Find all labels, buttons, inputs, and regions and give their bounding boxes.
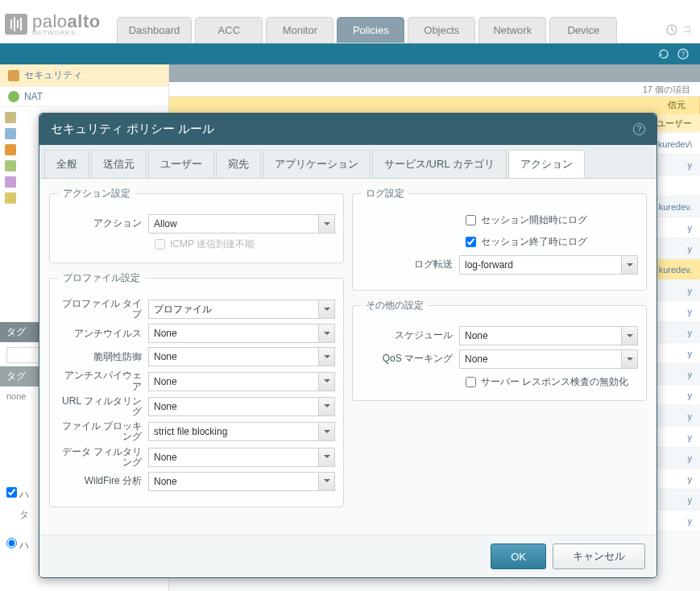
dialog-right-column: ログ設定 セッション開始時にログ セッション終了時にログ ログ転送 その他の設定 (352, 187, 647, 527)
profile-settings-group: プロファイル設定 プロファイル タイプ アンチウイルス 脆弱性防御 アンチスパイ… (49, 271, 344, 507)
action-select-input[interactable] (148, 214, 335, 234)
help-icon[interactable]: ? (633, 123, 645, 135)
legend-action: アクション設定 (58, 187, 135, 200)
logo: paloalto NETWORKS (0, 11, 112, 43)
svg-text:?: ? (681, 50, 685, 58)
label-log-forwarding: ログ転送 (361, 259, 459, 270)
legend-log: ログ設定 (361, 187, 409, 200)
log-start-checkbox[interactable] (466, 215, 476, 225)
dialog-tabs: 全般 送信元 ユーザー 宛先 アプリケーション サービス/URL カテゴリ アク… (39, 145, 657, 179)
tab-acc[interactable]: ACC (195, 17, 263, 43)
item-count: 17 個の項目 (169, 82, 700, 97)
wildfire-select[interactable] (148, 472, 335, 491)
tab-service-url[interactable]: サービス/URL カテゴリ (372, 150, 507, 178)
refresh-icon[interactable] (658, 48, 669, 60)
tab-application[interactable]: アプリケーション (263, 150, 371, 178)
dsri-check[interactable]: サーバー レスポンス検査の無効化 (466, 375, 638, 389)
dialog-left-column: アクション設定 アクション ICMP 送信到達不能 プロファイル設定 プロファイ… (49, 187, 344, 527)
tab-action[interactable]: アクション (508, 150, 585, 178)
url-filtering-select[interactable] (148, 397, 335, 416)
side-icon-4[interactable] (5, 160, 16, 172)
dialog-title: セキュリティ ポリシー ルール (51, 122, 214, 137)
label-schedule: スケジュール (361, 330, 459, 341)
side-icon-1[interactable] (5, 112, 16, 123)
side-icon-6[interactable] (5, 192, 16, 204)
schedule-select[interactable] (459, 326, 638, 345)
cancel-button[interactable]: キャンセル (553, 543, 645, 569)
col-user[interactable]: ユーザー (657, 118, 692, 130)
commit-label: コ (682, 23, 692, 36)
opt-check[interactable]: ハ (6, 487, 29, 502)
security-policy-rule-dialog: セキュリティ ポリシー ルール ? 全般 送信元 ユーザー 宛先 アプリケーショ… (39, 113, 657, 578)
security-icon (8, 70, 19, 81)
tab-user[interactable]: ユーザー (148, 150, 214, 178)
antivirus-select[interactable] (148, 324, 335, 343)
bottom-options: ハ タ ハ (6, 481, 29, 559)
commit-icon[interactable] (666, 24, 677, 35)
file-blocking-select[interactable] (148, 422, 335, 441)
antispyware-select[interactable] (148, 372, 335, 391)
chevron-down-icon[interactable] (318, 373, 334, 391)
chevron-down-icon[interactable] (318, 215, 334, 233)
qos-select[interactable] (459, 349, 638, 369)
tab-destination[interactable]: 宛先 (216, 150, 261, 178)
chevron-down-icon[interactable] (318, 423, 334, 440)
icmp-checkbox (155, 239, 165, 250)
log-forwarding-select[interactable] (459, 255, 638, 275)
chevron-down-icon[interactable] (318, 398, 334, 415)
commit-area: コ (666, 23, 700, 43)
sidebar-item-nat[interactable]: NAT (0, 87, 168, 107)
profile-type-select[interactable] (148, 300, 335, 319)
log-settings-group: ログ設定 セッション開始時にログ セッション終了時にログ ログ転送 (352, 187, 647, 291)
chevron-down-icon[interactable] (621, 256, 637, 274)
tab-network[interactable]: Network (478, 17, 546, 43)
main-tabs: Dashboard ACC Monitor Policies Objects N… (117, 17, 618, 43)
data-filtering-select[interactable] (148, 448, 335, 467)
vulnerability-select[interactable] (148, 347, 335, 366)
side-icon-3[interactable] (5, 144, 16, 155)
side-icon-5[interactable] (5, 176, 16, 188)
tab-device[interactable]: Device (549, 17, 617, 43)
chevron-down-icon[interactable] (318, 300, 334, 318)
chevron-down-icon[interactable] (318, 348, 334, 366)
dsri-checkbox[interactable] (466, 377, 476, 387)
top-bar: paloalto NETWORKS Dashboard ACC Monitor … (0, 0, 700, 43)
col-source[interactable]: 信元 (660, 97, 700, 114)
label-wildfire: WildFire 分析 (58, 476, 148, 486)
log-end-checkbox[interactable] (466, 237, 476, 247)
context-bar: ? (0, 43, 700, 64)
label-log-start: セッション開始時にログ (481, 213, 587, 227)
tab-dashboard[interactable]: Dashboard (117, 17, 193, 43)
label-icmp: ICMP 送信到達不能 (170, 238, 255, 251)
column-headers: 信元 (169, 97, 700, 114)
chevron-down-icon[interactable] (318, 473, 334, 490)
action-select[interactable] (148, 214, 335, 234)
table-search-strip[interactable] (169, 64, 700, 82)
ok-button[interactable]: OK (491, 543, 546, 569)
chevron-down-icon[interactable] (621, 327, 637, 345)
chevron-down-icon[interactable] (318, 324, 334, 342)
label-dsri: サーバー レスポンス検査の無効化 (481, 375, 628, 389)
side-icon-2[interactable] (5, 128, 16, 139)
nat-icon (8, 91, 19, 102)
tab-monitor[interactable]: Monitor (266, 17, 333, 43)
label-action: アクション (58, 218, 148, 229)
dialog-body: アクション設定 アクション ICMP 送信到達不能 プロファイル設定 プロファイ… (39, 179, 657, 535)
label-vulnerability: 脆弱性防御 (58, 352, 148, 362)
tab-source[interactable]: 送信元 (91, 150, 147, 178)
sidebar-item-label: NAT (24, 91, 43, 102)
label-file-blocking: ファイル ブロッキング (58, 421, 148, 442)
log-start-check[interactable]: セッション開始時にログ (466, 213, 638, 227)
sidebar-item-security[interactable]: セキュリティ (0, 64, 168, 87)
other-settings-group: その他の設定 スケジュール QoS マーキング サーバー レスポンス検査の無効化 (352, 299, 647, 401)
log-end-check[interactable]: セッション終了時にログ (466, 235, 638, 249)
tab-policies[interactable]: Policies (337, 17, 404, 43)
chevron-down-icon[interactable] (621, 350, 637, 368)
label-qos: QoS マーキング (361, 353, 459, 364)
chevron-down-icon[interactable] (318, 448, 334, 466)
opt-radio[interactable]: ハ (6, 538, 29, 552)
dialog-title-bar[interactable]: セキュリティ ポリシー ルール ? (39, 114, 657, 145)
help-top-icon[interactable]: ? (677, 48, 689, 60)
tab-objects[interactable]: Objects (408, 17, 475, 43)
tab-general[interactable]: 全般 (44, 150, 89, 178)
